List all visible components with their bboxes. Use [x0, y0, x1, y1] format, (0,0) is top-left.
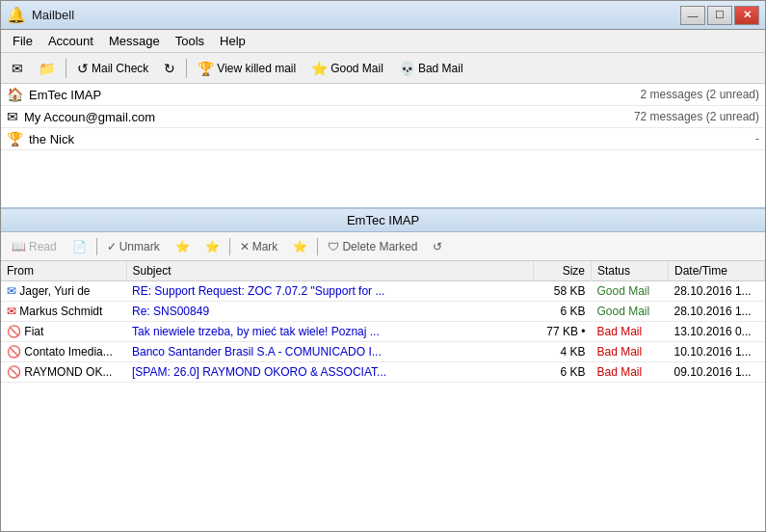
account-row-gmail[interactable]: ✉ My Accoun@gmail.com 72 messages (2 unr… — [1, 106, 765, 128]
toolbar-folder-button[interactable]: 📁 — [32, 56, 62, 81]
cell-status: Good Mail — [592, 281, 669, 302]
cell-date: 28.10.2016 1... — [669, 302, 765, 322]
title-bar: 🔔 Mailbell — ☐ ✕ — [1, 1, 765, 30]
close-button[interactable]: ✕ — [734, 6, 759, 25]
refresh2-icon: ↻ — [164, 61, 175, 76]
account-list: 🏠 EmTec IMAP 2 messages (2 unread) ✉ My … — [1, 84, 765, 209]
delete-marked-button[interactable]: 🛡 Delete Marked — [321, 235, 424, 258]
row-icon: ✉ — [7, 305, 16, 318]
read-icon: 📖 — [12, 240, 26, 253]
star-btn-3[interactable]: ⭐ — [286, 235, 314, 258]
account-name-gmail: My Accoun@gmail.com — [24, 110, 155, 124]
bad-mail-button[interactable]: 💀 Bad Mail — [392, 56, 470, 81]
cell-status: Bad Mail — [592, 322, 669, 342]
mail-check-button[interactable]: ↺ Mail Check — [70, 56, 155, 81]
account-status-nick: - — [755, 132, 759, 146]
toolbar-sep-2 — [186, 59, 187, 78]
cell-subject: Tak niewiele trzeba, by mieć tak wiele! … — [126, 322, 534, 342]
table-header-row: From Subject Size Status Date/Time — [1, 261, 765, 281]
trophy-icon: 🏆 — [198, 61, 214, 76]
star-icon: ⭐ — [311, 61, 328, 76]
email-refresh-icon: ↺ — [433, 240, 442, 253]
cell-date: 09.10.2016 1... — [669, 362, 765, 383]
menu-help[interactable]: Help — [212, 32, 253, 50]
menu-message[interactable]: Message — [101, 32, 168, 50]
email-toolbar-sep-2 — [229, 238, 230, 255]
table-row[interactable]: ✉ Jager, Yuri de RE: Support Request: ZO… — [1, 281, 765, 302]
account-status-emtec: 2 messages (2 unread) — [641, 88, 759, 101]
star-btn-2[interactable]: ⭐ — [198, 235, 226, 258]
table-row[interactable]: 🚫 Contato Imedia... Banco Santander Bras… — [1, 342, 765, 362]
cell-size: 77 KB • — [534, 322, 592, 342]
toolbar-sep-1 — [66, 59, 66, 78]
mail-check-label: Mail Check — [92, 62, 148, 75]
envelope-icon: ✉ — [12, 61, 23, 76]
email-table-wrapper: From Subject Size Status Date/Time ✉ Jag… — [1, 261, 765, 531]
col-header-date[interactable]: Date/Time — [669, 261, 765, 281]
cell-status: Bad Mail — [592, 342, 669, 362]
account-row-nick[interactable]: 🏆 the Nick - — [1, 128, 765, 150]
cell-from: 🚫 Fiat — [1, 322, 126, 342]
unmark-button[interactable]: ✓ Unmark — [100, 235, 167, 258]
good-mail-button[interactable]: ⭐ Good Mail — [304, 56, 390, 81]
title-bar-left: 🔔 Mailbell — [7, 6, 74, 24]
read-button[interactable]: 📖 Read — [5, 235, 64, 258]
cell-status: Good Mail — [592, 302, 669, 322]
star3-icon: ⭐ — [293, 240, 307, 253]
main-window: 🔔 Mailbell — ☐ ✕ File Account Message To… — [0, 0, 766, 532]
cell-date: 10.10.2016 1... — [669, 342, 765, 362]
table-row[interactable]: 🚫 Fiat Tak niewiele trzeba, by mieć tak … — [1, 322, 765, 342]
cell-size: 6 KB — [534, 302, 592, 322]
menu-account[interactable]: Account — [40, 32, 101, 50]
menu-tools[interactable]: Tools — [168, 32, 212, 50]
star-btn-1[interactable]: ⭐ — [169, 235, 197, 258]
title-bar-buttons: — ☐ ✕ — [680, 6, 759, 25]
view-killed-mail-button[interactable]: 🏆 View killed mail — [191, 56, 303, 81]
col-header-status[interactable]: Status — [592, 261, 669, 281]
col-header-size[interactable]: Size — [534, 261, 592, 281]
unmark-label: Unmark — [119, 240, 160, 253]
email-refresh-button[interactable]: ↺ — [426, 235, 449, 258]
mark-button[interactable]: ✕ Mark — [233, 235, 285, 258]
cell-size: 6 KB — [534, 362, 592, 383]
account-name-nick: the Nick — [29, 132, 74, 146]
app-icon: 🔔 — [7, 6, 26, 24]
check-icon: ✓ — [107, 240, 117, 253]
minimize-button[interactable]: — — [680, 6, 705, 25]
cell-status: Bad Mail — [592, 362, 669, 383]
row-icon: ✉ — [7, 284, 16, 298]
doc-icon: 📄 — [72, 240, 87, 253]
toolbar-envelope-button[interactable]: ✉ — [5, 56, 30, 81]
table-row[interactable]: ✉ Markus Schmidt Re: SNS00849 6 KB Good … — [1, 302, 765, 322]
menu-file[interactable]: File — [5, 32, 40, 50]
cell-from: 🚫 Contato Imedia... — [1, 342, 126, 362]
col-header-from[interactable]: From — [1, 261, 126, 281]
account-row-emtec[interactable]: 🏠 EmTec IMAP 2 messages (2 unread) — [1, 84, 765, 106]
maximize-button[interactable]: ☐ — [707, 6, 732, 25]
skull-icon: 💀 — [399, 61, 415, 76]
window-title: Mailbell — [32, 8, 74, 22]
email-table: From Subject Size Status Date/Time ✉ Jag… — [1, 261, 765, 383]
account-status-gmail: 72 messages (2 unread) — [634, 110, 759, 123]
cell-size: 4 KB — [534, 342, 592, 362]
star1-icon: ⭐ — [175, 240, 190, 253]
row-icon: 🚫 — [7, 345, 21, 359]
toolbar-refresh-button[interactable]: ↻ — [157, 56, 182, 81]
email-toolbar-sep-1 — [96, 238, 97, 255]
col-header-subject[interactable]: Subject — [126, 261, 534, 281]
cell-from: ✉ Jager, Yuri de — [1, 281, 126, 302]
bad-mail-label: Bad Mail — [418, 62, 463, 75]
email-toolbar-sep-3 — [317, 238, 318, 255]
read-label: Read — [29, 240, 57, 253]
table-row[interactable]: 🚫 RAYMOND OK... [SPAM: 26.0] RAYMOND OKO… — [1, 362, 765, 383]
shield-icon: 🛡 — [328, 240, 339, 253]
cell-from: 🚫 RAYMOND OK... — [1, 362, 126, 383]
cell-subject: Re: SNS00849 — [126, 302, 534, 322]
delete-marked-label: Delete Marked — [342, 240, 417, 253]
menu-bar: File Account Message Tools Help — [1, 30, 765, 53]
cell-from: ✉ Markus Schmidt — [1, 302, 126, 322]
doc-button[interactable]: 📄 — [66, 235, 93, 258]
cell-date: 28.10.2016 1... — [669, 281, 765, 302]
refresh-icon: ↺ — [77, 61, 89, 76]
email-table-body: ✉ Jager, Yuri de RE: Support Request: ZO… — [1, 281, 765, 383]
